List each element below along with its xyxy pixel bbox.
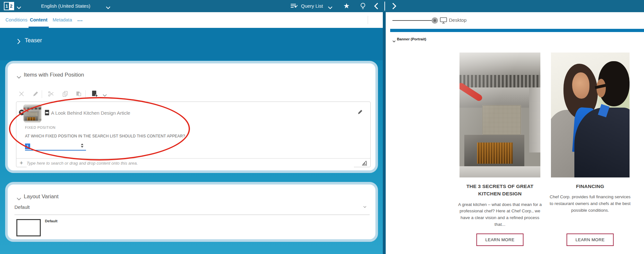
tabs-more-button[interactable]: ... — [77, 12, 83, 28]
navigate-back-chevron-left-icon[interactable] — [374, 3, 378, 11]
fixed-position-question: AT WHICH FIXED POSITION IN THE SEARCH LI… — [25, 134, 185, 138]
delete-icon[interactable] — [18, 90, 25, 99]
layout-section-title: Layout Variant — [24, 193, 58, 200]
preview-separator-band — [390, 29, 644, 32]
lightbulb-icon[interactable] — [360, 3, 366, 11]
toolbar-divider — [85, 90, 86, 98]
version-chevron-down-icon[interactable] — [17, 5, 21, 11]
variant-thumbnail-label: Default — [45, 219, 57, 223]
version-badge-right: 2 — [9, 3, 13, 10]
app-window: 1 2 English (United States) Query List ★ — [0, 0, 644, 254]
query-list-chevron-down-icon[interactable] — [328, 5, 332, 11]
banner-card-financing: FINANCING Chef Corp. provides full finan… — [548, 53, 632, 246]
topbar-divider — [384, 2, 385, 11]
version-badge-left: 1 — [4, 3, 9, 10]
content-editor-panel: Teaser Items with Fixed Position — [0, 28, 383, 254]
layout-variant-select[interactable]: Default — [14, 204, 30, 210]
items-with-fixed-position-card: Items with Fixed Position — [5, 61, 378, 173]
select-chevron-down-icon[interactable] — [363, 205, 366, 209]
device-label: Desktop — [449, 17, 467, 23]
learn-more-button[interactable]: LEARN MORE — [477, 234, 524, 246]
items-section-title: Items with Fixed Position — [24, 72, 84, 78]
device-width-slider-track[interactable] — [392, 20, 434, 21]
fixed-position-input[interactable]: 1 — [25, 143, 86, 151]
top-bar: 1 2 English (United States) Query List ★ — [0, 0, 644, 12]
fixed-item-container: A Look Behind Kitchen Design Article FIX… — [16, 102, 371, 167]
banner-card-kitchen: THE 3 SECRETS OF GREAT KITCHEN DESIGN A … — [457, 53, 543, 246]
tab-content[interactable]: Content — [30, 12, 47, 28]
copy-icon[interactable] — [62, 90, 69, 99]
teaser-section-header[interactable]: Teaser — [0, 28, 383, 60]
layout-variant-card: Layout Variant Default Default — [5, 182, 378, 242]
component-label[interactable]: Banner (Portrait) — [397, 37, 426, 41]
banner-title: FINANCING — [548, 183, 632, 190]
add-item-chevron-down-icon[interactable] — [103, 92, 107, 98]
chevron-right-icon[interactable] — [17, 39, 21, 45]
fixed-position-value[interactable]: 1 — [25, 143, 30, 149]
edit-icon[interactable] — [32, 90, 39, 99]
teaser-section-label: Teaser — [25, 37, 42, 44]
banner-image-kitchen — [459, 53, 540, 177]
toolbar-divider — [42, 90, 42, 98]
tab-conditions[interactable]: Conditions — [5, 12, 28, 28]
tab-toolbar-divider — [368, 16, 368, 24]
banner-title: THE 3 SECRETS OF GREAT KITCHEN DESIGN — [457, 183, 543, 198]
document-icon — [45, 110, 49, 117]
banner-body-text: A great kitchen – what does that mean fo… — [457, 201, 543, 228]
device-width-slider-knob[interactable] — [432, 17, 438, 24]
cut-icon[interactable] — [47, 90, 55, 99]
tab-metadata[interactable]: Metadata — [53, 12, 72, 28]
panel-splitter[interactable] — [383, 12, 386, 254]
language-selector[interactable]: English (United States) — [41, 0, 90, 12]
learn-more-button[interactable]: LEARN MORE — [567, 234, 614, 246]
page-preview-panel: Desktop Banner (Portrait) THE 3 SECRETS … — [386, 12, 644, 254]
number-stepper[interactable] — [81, 143, 83, 148]
monitor-icon — [440, 17, 447, 25]
editor-tab-bar: Conditions Content Metadata ... — [0, 12, 383, 28]
stepper-up-icon[interactable] — [81, 143, 83, 145]
query-list-icon — [290, 3, 298, 10]
variant-default-thumbnail[interactable] — [16, 219, 41, 236]
language-chevron-down-icon[interactable] — [106, 5, 110, 11]
item-title[interactable]: A Look Behind Kitchen Design Article — [51, 110, 130, 116]
select-underline — [14, 215, 370, 215]
add-content-plus-icon[interactable]: + — [20, 159, 23, 167]
banner-body-text: Chef Corp. provides full financing servi… — [548, 194, 632, 214]
add-item-icon[interactable] — [90, 90, 99, 99]
section-chevron-down-icon[interactable] — [17, 74, 21, 80]
section-chevron-down-icon[interactable] — [17, 196, 21, 202]
component-chevron-down-icon[interactable] — [392, 38, 396, 44]
stepper-down-icon[interactable] — [81, 146, 83, 148]
expand-panel-chevron-right-icon[interactable] — [392, 3, 396, 11]
fixed-position-field-label: FIXED POSITION — [25, 126, 56, 129]
paste-icon[interactable] — [75, 90, 82, 99]
version-badge[interactable]: 1 2 — [4, 2, 14, 10]
query-list-selector[interactable]: Query List — [301, 0, 323, 12]
item-thumbnail-image[interactable] — [23, 104, 41, 122]
content-search-row: + — [16, 158, 370, 167]
search-sort-icon[interactable] — [362, 160, 367, 167]
item-edit-pencil-icon[interactable] — [357, 109, 363, 116]
favorite-star-icon[interactable]: ★ — [343, 0, 350, 12]
banner-image-people — [551, 53, 630, 177]
content-search-input[interactable] — [27, 159, 354, 167]
